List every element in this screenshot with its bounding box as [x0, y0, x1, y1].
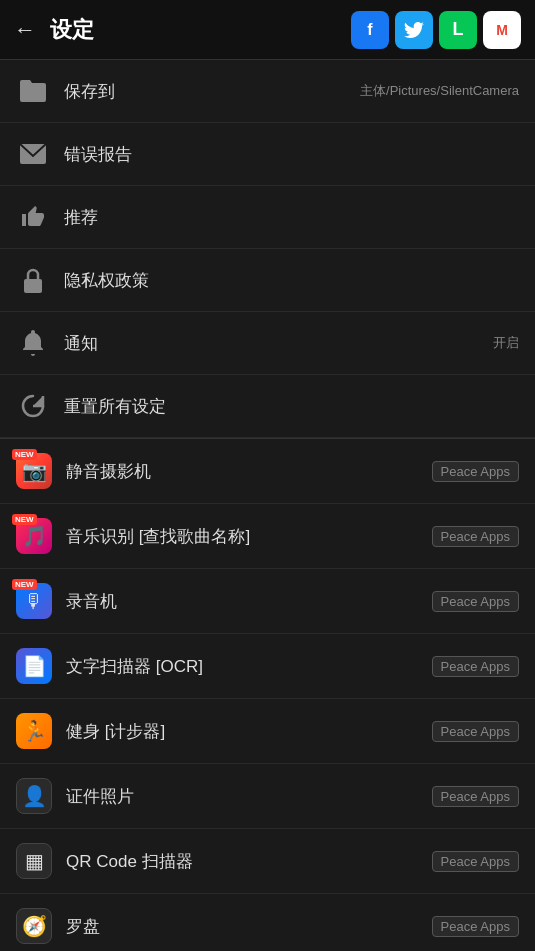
qr-code-badge: Peace Apps	[432, 851, 519, 872]
silent-camera-label: 静音摄影机	[66, 460, 424, 483]
refresh-icon	[16, 389, 50, 423]
app-row-qr-code[interactable]: ▦QR Code 扫描器Peace Apps	[0, 829, 535, 894]
notify-label: 通知	[64, 332, 485, 355]
facebook-icon[interactable]: f	[351, 11, 389, 49]
recorder-label: 录音机	[66, 590, 424, 613]
app-row-compass[interactable]: 🧭罗盘Peace Apps	[0, 894, 535, 951]
privacy-row[interactable]: 隐私权政策	[0, 249, 535, 312]
recorder-icon: 🎙NEW	[16, 583, 52, 619]
recommend-row[interactable]: 推荐	[0, 186, 535, 249]
app-row-music-id[interactable]: 🎵NEW音乐识别 [查找歌曲名称]Peace Apps	[0, 504, 535, 569]
general-settings: 保存到 主体/Pictures/SilentCamera 错误报告 推荐	[0, 60, 535, 439]
page-title: 设定	[50, 15, 94, 45]
qr-code-label: QR Code 扫描器	[66, 850, 424, 873]
compass-label: 罗盘	[66, 915, 424, 938]
notify-value: 开启	[493, 334, 519, 352]
apps-settings: 📷NEW静音摄影机Peace Apps🎵NEW音乐识别 [查找歌曲名称]Peac…	[0, 439, 535, 951]
silent-camera-badge: Peace Apps	[432, 461, 519, 482]
music-id-label: 音乐识别 [查找歌曲名称]	[66, 525, 424, 548]
fitness-badge: Peace Apps	[432, 721, 519, 742]
lock-icon	[16, 263, 50, 297]
reset-label: 重置所有设定	[64, 395, 519, 418]
app-row-fitness[interactable]: 🏃健身 [计步器]Peace Apps	[0, 699, 535, 764]
app-row-ocr[interactable]: 📄文字扫描器 [OCR]Peace Apps	[0, 634, 535, 699]
thumbs-up-icon	[16, 200, 50, 234]
ocr-icon: 📄	[16, 648, 52, 684]
id-photo-badge: Peace Apps	[432, 786, 519, 807]
line-icon[interactable]: L	[439, 11, 477, 49]
svg-rect-1	[24, 279, 42, 293]
error-report-label: 错误报告	[64, 143, 519, 166]
save-to-value: 主体/Pictures/SilentCamera	[360, 82, 519, 100]
folder-icon	[16, 74, 50, 108]
compass-icon: 🧭	[16, 908, 52, 944]
recorder-badge: Peace Apps	[432, 591, 519, 612]
notify-row[interactable]: 通知 开启	[0, 312, 535, 375]
save-to-row[interactable]: 保存到 主体/Pictures/SilentCamera	[0, 60, 535, 123]
social-icons: f L M	[351, 11, 521, 49]
fitness-label: 健身 [计步器]	[66, 720, 424, 743]
recommend-label: 推荐	[64, 206, 519, 229]
header: ← 设定 f L M	[0, 0, 535, 60]
ocr-label: 文字扫描器 [OCR]	[66, 655, 424, 678]
reset-row[interactable]: 重置所有设定	[0, 375, 535, 438]
bell-icon	[16, 326, 50, 360]
silent-camera-icon: 📷NEW	[16, 453, 52, 489]
save-to-label: 保存到	[64, 80, 352, 103]
id-photo-label: 证件照片	[66, 785, 424, 808]
music-id-badge: Peace Apps	[432, 526, 519, 547]
qr-code-icon: ▦	[16, 843, 52, 879]
header-left: ← 设定	[14, 15, 94, 45]
back-button[interactable]: ←	[14, 17, 36, 43]
id-photo-icon: 👤	[16, 778, 52, 814]
ocr-badge: Peace Apps	[432, 656, 519, 677]
gmail-icon[interactable]: M	[483, 11, 521, 49]
error-report-row[interactable]: 错误报告	[0, 123, 535, 186]
app-row-id-photo[interactable]: 👤证件照片Peace Apps	[0, 764, 535, 829]
app-row-recorder[interactable]: 🎙NEW录音机Peace Apps	[0, 569, 535, 634]
compass-badge: Peace Apps	[432, 916, 519, 937]
music-id-icon: 🎵NEW	[16, 518, 52, 554]
fitness-icon: 🏃	[16, 713, 52, 749]
privacy-label: 隐私权政策	[64, 269, 519, 292]
mail-icon	[16, 137, 50, 171]
app-row-silent-camera[interactable]: 📷NEW静音摄影机Peace Apps	[0, 439, 535, 504]
twitter-icon[interactable]	[395, 11, 433, 49]
